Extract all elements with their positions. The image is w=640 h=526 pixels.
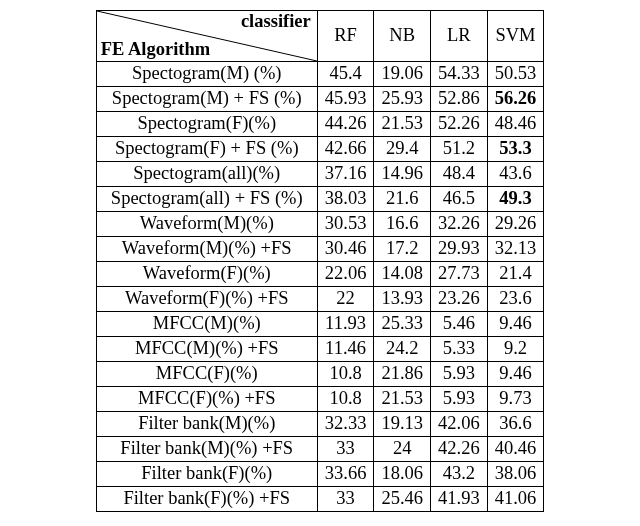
col-header: SVM xyxy=(487,11,544,62)
cell: 43.6 xyxy=(487,162,544,187)
cell: 5.46 xyxy=(431,312,488,337)
cell: 22 xyxy=(317,287,374,312)
cell: 25.93 xyxy=(374,87,431,112)
cell: 30.46 xyxy=(317,237,374,262)
row-label: Spectogram(all) + FS (%) xyxy=(96,187,317,212)
cell: 14.08 xyxy=(374,262,431,287)
cell: 50.53 xyxy=(487,62,544,87)
table-row: Filter bank(M)(%)32.3319.1342.0636.6 xyxy=(96,412,544,437)
cell: 33 xyxy=(317,487,374,512)
cell: 5.93 xyxy=(431,387,488,412)
cell: 49.3 xyxy=(487,187,544,212)
cell: 45.93 xyxy=(317,87,374,112)
cell: 24.2 xyxy=(374,337,431,362)
cell: 21.6 xyxy=(374,187,431,212)
row-label: Spectogram(M) + FS (%) xyxy=(96,87,317,112)
col-header: NB xyxy=(374,11,431,62)
cell: 13.93 xyxy=(374,287,431,312)
table-row: Filter bank(F)(%) +FS3325.4641.9341.06 xyxy=(96,487,544,512)
cell: 42.06 xyxy=(431,412,488,437)
cell: 41.06 xyxy=(487,487,544,512)
cell: 5.33 xyxy=(431,337,488,362)
cell: 9.46 xyxy=(487,312,544,337)
table-row: Filter bank(F)(%)33.6618.0643.238.06 xyxy=(96,462,544,487)
cell: 33 xyxy=(317,437,374,462)
cell: 48.46 xyxy=(487,112,544,137)
cell: 11.93 xyxy=(317,312,374,337)
cell: 42.66 xyxy=(317,137,374,162)
cell: 11.46 xyxy=(317,337,374,362)
cell: 45.4 xyxy=(317,62,374,87)
table-row: Waveform(F)(%) +FS2213.9323.2623.6 xyxy=(96,287,544,312)
cell: 5.93 xyxy=(431,362,488,387)
cell: 22.06 xyxy=(317,262,374,287)
cell: 32.26 xyxy=(431,212,488,237)
header-classifier: classifier xyxy=(241,11,311,32)
cell: 41.93 xyxy=(431,487,488,512)
cell: 29.93 xyxy=(431,237,488,262)
table-row: Spectogram(F) + FS (%)42.6629.451.253.3 xyxy=(96,137,544,162)
row-label: MFCC(F)(%) +FS xyxy=(96,387,317,412)
cell: 32.33 xyxy=(317,412,374,437)
cell: 25.33 xyxy=(374,312,431,337)
table-row: Filter bank(M)(%) +FS332442.2640.46 xyxy=(96,437,544,462)
col-header: RF xyxy=(317,11,374,62)
cell: 21.4 xyxy=(487,262,544,287)
results-table: classifier FE Algorithm RF NB LR SVM Spe… xyxy=(96,10,545,512)
cell: 23.6 xyxy=(487,287,544,312)
row-label: MFCC(M)(%) +FS xyxy=(96,337,317,362)
cell: 9.46 xyxy=(487,362,544,387)
row-label: Filter bank(F)(%) xyxy=(96,462,317,487)
cell: 44.26 xyxy=(317,112,374,137)
cell: 43.2 xyxy=(431,462,488,487)
cell: 36.6 xyxy=(487,412,544,437)
cell: 32.13 xyxy=(487,237,544,262)
cell: 9.2 xyxy=(487,337,544,362)
table-row: Spectogram(all) + FS (%)38.0321.646.549.… xyxy=(96,187,544,212)
table-row: MFCC(M)(%) +FS11.4624.25.339.2 xyxy=(96,337,544,362)
cell: 21.53 xyxy=(374,387,431,412)
cell: 18.06 xyxy=(374,462,431,487)
cell: 29.26 xyxy=(487,212,544,237)
row-label: Spectogram(F) + FS (%) xyxy=(96,137,317,162)
cell: 21.86 xyxy=(374,362,431,387)
cell: 24 xyxy=(374,437,431,462)
row-label: Waveform(F)(%) xyxy=(96,262,317,287)
cell: 19.06 xyxy=(374,62,431,87)
cell: 38.03 xyxy=(317,187,374,212)
table-row: Spectogram(M) + FS (%)45.9325.9352.8656.… xyxy=(96,87,544,112)
cell: 25.46 xyxy=(374,487,431,512)
table-row: Spectogram(all)(%)37.1614.9648.443.6 xyxy=(96,162,544,187)
table-row: Spectogram(M) (%)45.419.0654.3350.53 xyxy=(96,62,544,87)
table-row: MFCC(F)(%) +FS10.821.535.939.73 xyxy=(96,387,544,412)
row-label: Filter bank(F)(%) +FS xyxy=(96,487,317,512)
cell: 37.16 xyxy=(317,162,374,187)
cell: 52.26 xyxy=(431,112,488,137)
row-label: MFCC(F)(%) xyxy=(96,362,317,387)
cell: 33.66 xyxy=(317,462,374,487)
cell: 40.46 xyxy=(487,437,544,462)
table-row: Waveform(M)(%) +FS30.4617.229.9332.13 xyxy=(96,237,544,262)
cell: 38.06 xyxy=(487,462,544,487)
row-label: Spectogram(F)(%) xyxy=(96,112,317,137)
table-row: Waveform(M)(%)30.5316.632.2629.26 xyxy=(96,212,544,237)
header-fe-algorithm: FE Algorithm xyxy=(101,39,210,60)
cell: 9.73 xyxy=(487,387,544,412)
cell: 42.26 xyxy=(431,437,488,462)
cell: 56.26 xyxy=(487,87,544,112)
cell: 53.3 xyxy=(487,137,544,162)
cell: 29.4 xyxy=(374,137,431,162)
cell: 19.13 xyxy=(374,412,431,437)
cell: 21.53 xyxy=(374,112,431,137)
row-label: Spectogram(M) (%) xyxy=(96,62,317,87)
cell: 46.5 xyxy=(431,187,488,212)
table-row: MFCC(F)(%)10.821.865.939.46 xyxy=(96,362,544,387)
header-row: classifier FE Algorithm RF NB LR SVM xyxy=(96,11,544,62)
cell: 27.73 xyxy=(431,262,488,287)
cell: 17.2 xyxy=(374,237,431,262)
table-row: Spectogram(F)(%)44.2621.5352.2648.46 xyxy=(96,112,544,137)
cell: 48.4 xyxy=(431,162,488,187)
row-label: Waveform(M)(%) +FS xyxy=(96,237,317,262)
table-row: MFCC(M)(%)11.9325.335.469.46 xyxy=(96,312,544,337)
cell: 23.26 xyxy=(431,287,488,312)
